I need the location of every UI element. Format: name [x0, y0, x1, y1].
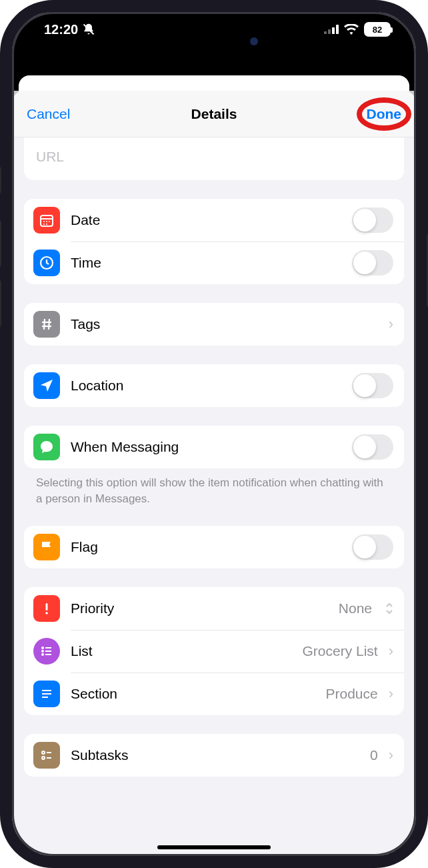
date-time-group: Date Time: [24, 199, 404, 284]
location-label: Location: [71, 378, 341, 394]
svg-point-23: [42, 654, 43, 655]
location-arrow-icon: [33, 372, 60, 399]
date-label: Date: [71, 212, 341, 228]
updown-icon: [385, 602, 393, 615]
hash-icon: [33, 311, 60, 338]
date-row[interactable]: Date: [24, 199, 404, 242]
url-field[interactable]: URL: [24, 137, 404, 180]
priority-row[interactable]: Priority None: [24, 587, 404, 630]
done-button[interactable]: Done: [367, 106, 402, 122]
svg-point-10: [43, 224, 45, 225]
flag-row[interactable]: Flag: [24, 526, 404, 568]
svg-point-19: [42, 647, 43, 648]
chevron-right-icon: ›: [389, 685, 393, 703]
subtasks-group: Subtasks 0 ›: [24, 734, 404, 777]
url-group: URL: [24, 137, 404, 180]
time-toggle[interactable]: [352, 250, 393, 276]
messaging-footer: Selecting this option will show the item…: [24, 468, 404, 507]
calendar-icon: [33, 207, 60, 234]
time-row[interactable]: Time: [24, 242, 404, 284]
svg-point-21: [42, 650, 43, 652]
message-bubble-icon: [33, 434, 60, 460]
battery-indicator: 82: [364, 22, 391, 37]
tags-group: Tags ›: [24, 303, 404, 346]
priority-label: Priority: [71, 600, 328, 616]
cellular-icon: [324, 25, 339, 34]
svg-point-7: [43, 221, 45, 222]
svg-point-9: [49, 221, 50, 222]
section-label: Section: [71, 686, 315, 702]
svg-point-8: [46, 221, 47, 222]
subtasks-label: Subtasks: [71, 747, 359, 763]
home-indicator[interactable]: [157, 845, 271, 849]
svg-point-28: [42, 751, 45, 754]
svg-rect-3: [332, 27, 335, 34]
svg-point-11: [46, 224, 47, 225]
chevron-right-icon: ›: [389, 316, 393, 333]
section-row[interactable]: Section Produce ›: [24, 673, 404, 715]
section-value: Produce: [325, 686, 377, 702]
silent-icon: [82, 23, 95, 36]
location-row[interactable]: Location: [24, 364, 404, 407]
subtasks-row[interactable]: Subtasks 0 ›: [24, 734, 404, 777]
location-toggle[interactable]: [352, 373, 393, 398]
subtasks-value: 0: [370, 747, 378, 763]
flag-group: Flag: [24, 526, 404, 568]
list-bullet-icon: [33, 638, 60, 665]
list-row[interactable]: List Grocery List ›: [24, 630, 404, 673]
flag-icon: [33, 534, 60, 560]
svg-line-16: [49, 319, 49, 330]
svg-point-30: [42, 757, 45, 759]
svg-rect-2: [328, 29, 331, 34]
details-sheet: Cancel Details Done URL Date: [12, 91, 416, 856]
svg-rect-17: [46, 603, 48, 610]
wifi-icon: [344, 24, 359, 35]
clock-icon: [33, 250, 60, 276]
svg-rect-1: [324, 31, 327, 34]
time-label: Time: [71, 255, 341, 271]
cancel-button[interactable]: Cancel: [27, 106, 70, 122]
status-time: 12:20: [44, 22, 78, 37]
url-placeholder: URL: [36, 149, 64, 165]
add-image-button[interactable]: Add Image: [24, 777, 404, 782]
tags-row[interactable]: Tags ›: [24, 303, 404, 346]
svg-line-15: [44, 319, 45, 330]
svg-rect-4: [336, 25, 339, 34]
flag-label: Flag: [71, 539, 341, 555]
sheet-header: Cancel Details Done: [12, 91, 416, 137]
priority-value: None: [339, 600, 372, 616]
messaging-row[interactable]: When Messaging: [24, 426, 404, 468]
section-lines-icon: [33, 681, 60, 707]
subtasks-icon: [33, 742, 60, 769]
chevron-right-icon: ›: [389, 747, 393, 764]
list-value: Grocery List: [302, 643, 377, 659]
exclamation-icon: [33, 595, 60, 622]
sheet-title: Details: [191, 106, 237, 122]
list-label: List: [71, 643, 291, 659]
dynamic-island: [161, 28, 267, 55]
svg-point-18: [45, 612, 48, 614]
location-group: Location: [24, 364, 404, 407]
messaging-label: When Messaging: [71, 439, 341, 455]
tags-label: Tags: [71, 316, 378, 332]
chevron-right-icon: ›: [389, 642, 393, 660]
date-toggle[interactable]: [352, 207, 393, 233]
messaging-toggle[interactable]: [352, 434, 393, 460]
messaging-group: When Messaging: [24, 426, 404, 468]
priority-list-group: Priority None List Grocery List ›: [24, 587, 404, 715]
flag-toggle[interactable]: [352, 534, 393, 560]
